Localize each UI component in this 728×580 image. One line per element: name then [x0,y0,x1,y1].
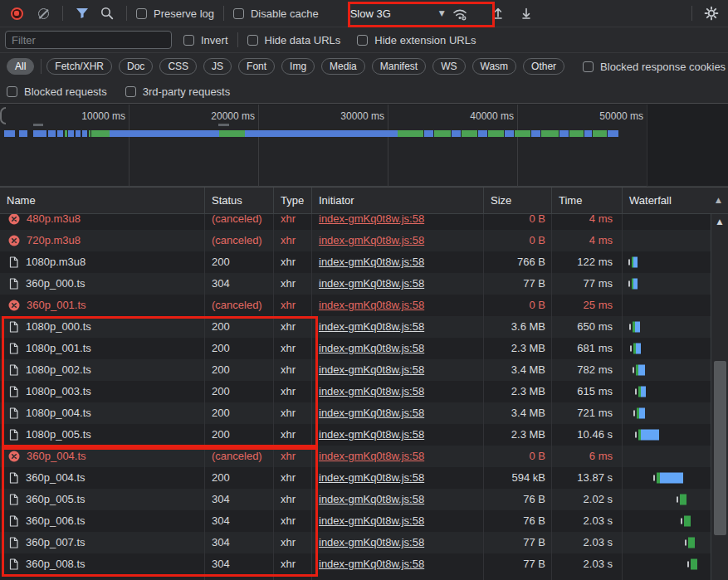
table-row[interactable]: 720p.m3u8 (canceled) xhr index-gmKq0t8w.… [0,230,711,251]
table-row[interactable]: 360p_001.ts (canceled) xhr index-gmKq0t8… [0,295,711,316]
initiator-link[interactable]: index-gmKq0t8w.js:58 [319,363,424,376]
type-filter-other[interactable]: Other [523,58,564,75]
table-row[interactable]: 1080p.m3u8 200 xhr index-gmKq0t8w.js:58 … [0,251,711,273]
type-filter-fetch-xhr[interactable]: Fetch/XHR [46,58,112,75]
initiator-link[interactable]: index-gmKq0t8w.js:58 [319,299,424,311]
type-filter-media[interactable]: Media [321,58,365,75]
table-row[interactable]: 360p_005.ts 304 xhr index-gmKq0t8w.js:58… [0,489,711,510]
error-icon [8,214,20,225]
type-filter-all[interactable]: All [7,58,34,75]
preserve-log-checkbox[interactable]: Preserve log [136,7,214,20]
type-filter-ws[interactable]: WS [432,58,465,75]
status-cell: (canceled) [205,230,274,251]
initiator-link[interactable]: index-gmKq0t8w.js:58 [319,256,424,268]
initiator-link[interactable]: index-gmKq0t8w.js:58 [319,558,424,570]
invert-checkbox[interactable]: Invert [183,34,228,46]
type-filter-css[interactable]: CSS [159,58,197,75]
table-row[interactable]: 1080p_004.ts 200 xhr index-gmKq0t8w.js:5… [0,402,711,424]
table-row[interactable]: 1080p_002.ts 200 xhr index-gmKq0t8w.js:5… [0,359,711,381]
table-row[interactable]: 1080p_003.ts 200 xhr index-gmKq0t8w.js:5… [0,381,711,402]
checkbox-icon [357,35,368,46]
column-header-status[interactable]: Status [205,188,274,213]
table-row[interactable]: 480p.m3u8 (canceled) xhr index-gmKq0t8w.… [0,214,711,230]
type-cell: xhr [274,251,312,273]
document-icon [8,386,19,397]
record-button[interactable] [7,3,27,23]
waterfall-bar [685,538,695,548]
clear-button[interactable] [33,3,53,23]
scrollbar-up-icon[interactable]: ▲ [711,217,728,226]
initiator-link[interactable]: index-gmKq0t8w.js:58 [319,385,424,397]
column-header-type[interactable]: Type [274,188,312,213]
type-filter-doc[interactable]: Doc [119,58,153,75]
timeline-resize-handle[interactable] [0,107,6,124]
type-cell: xhr [274,532,312,553]
table-row[interactable]: 1080p_001.ts 200 xhr index-gmKq0t8w.js:5… [0,338,711,359]
table-row[interactable]: 1080p_000.ts 200 xhr index-gmKq0t8w.js:5… [0,316,711,338]
waterfall-bar [677,495,686,505]
time-cell: 2.02 s [552,489,623,510]
hide-extension-urls-label: Hide extension URLs [374,34,476,46]
search-button[interactable] [97,3,117,23]
initiator-link[interactable]: index-gmKq0t8w.js:58 [319,493,424,505]
status-cell: 200 [205,359,274,381]
initiator-link[interactable]: index-gmKq0t8w.js:58 [319,407,424,419]
blocked-requests-checkbox[interactable]: Blocked requests [7,85,107,98]
filter-input[interactable] [5,31,172,49]
initiator-link[interactable]: index-gmKq0t8w.js:58 [319,514,424,527]
initiator-link[interactable]: index-gmKq0t8w.js:58 [319,342,424,354]
table-row[interactable]: 360p_004.ts 200 xhr index-gmKq0t8w.js:58… [0,467,711,489]
initiator-link[interactable]: index-gmKq0t8w.js:58 [319,536,424,548]
gridline [258,105,259,187]
table-row[interactable]: 360p_006.ts 304 xhr index-gmKq0t8w.js:58… [0,510,711,532]
type-filter-font[interactable]: Font [238,58,275,75]
network-overview-timeline[interactable]: 10000 ms 20000 ms 30000 ms 40000 ms 5000… [0,105,728,187]
disable-cache-label: Disable cache [251,7,319,20]
hide-data-urls-checkbox[interactable]: Hide data URLs [247,34,341,46]
table-row[interactable]: 360p_008.ts 304 xhr index-gmKq0t8w.js:58… [0,553,711,575]
requests-table-body: 480p.m3u8 (canceled) xhr index-gmKq0t8w.… [0,214,728,580]
network-conditions-button[interactable] [450,3,470,23]
initiator-link[interactable]: index-gmKq0t8w.js:58 [319,471,424,484]
type-filter-js[interactable]: JS [203,58,232,75]
column-header-initiator[interactable]: Initiator [312,188,484,213]
third-party-requests-checkbox[interactable]: 3rd-party requests [125,85,231,98]
initiator-link[interactable]: index-gmKq0t8w.js:58 [319,214,424,225]
timeline-tick-label: 10000 ms [66,110,125,122]
status-cell: 304 [205,553,274,575]
request-name: 1080p_000.ts [26,316,91,338]
type-filter-wasm[interactable]: Wasm [472,58,517,75]
column-divider [273,214,274,580]
request-name: 1080p_003.ts [26,381,91,402]
filter-toggle-button[interactable] [72,3,92,23]
table-row[interactable]: 360p_007.ts 304 xhr index-gmKq0t8w.js:58… [0,532,711,553]
table-row[interactable]: 1080p_005.ts 200 xhr index-gmKq0t8w.js:5… [0,424,711,446]
column-header-name[interactable]: Name [0,188,205,213]
import-har-button[interactable] [488,3,508,23]
export-har-button[interactable] [516,3,536,23]
vertical-scrollbar[interactable]: ▲ [711,214,728,580]
initiator-link[interactable]: index-gmKq0t8w.js:58 [319,450,424,462]
column-header-waterfall[interactable]: Waterfall ▲ [623,188,728,213]
time-cell: 10.46 s [552,424,623,446]
size-cell: 76 B [484,510,552,532]
size-cell: 0 B [484,214,552,230]
blocked-response-cookies-checkbox[interactable]: Blocked response cookies [583,61,726,73]
initiator-link[interactable]: index-gmKq0t8w.js:58 [319,428,424,441]
initiator-link[interactable]: index-gmKq0t8w.js:58 [319,234,424,246]
type-filter-manifest[interactable]: Manifest [372,58,426,75]
disable-cache-checkbox[interactable]: Disable cache [233,7,319,20]
type-filter-img[interactable]: Img [281,58,315,75]
throttling-select[interactable]: Slow 3G ▼ [344,3,450,23]
column-header-time[interactable]: Time [552,188,623,213]
hide-extension-urls-checkbox[interactable]: Hide extension URLs [357,34,476,46]
scrollbar-thumb[interactable] [714,361,726,535]
column-header-size[interactable]: Size [484,188,552,213]
table-row[interactable]: 360p_004.ts (canceled) xhr index-gmKq0t8… [0,446,711,467]
time-cell: 122 ms [552,251,623,273]
table-row[interactable]: 360p_000.ts 304 xhr index-gmKq0t8w.js:58… [0,273,711,295]
initiator-link[interactable]: index-gmKq0t8w.js:58 [319,320,424,333]
size-cell: 0 B [484,230,552,251]
settings-button[interactable] [701,3,721,23]
initiator-link[interactable]: index-gmKq0t8w.js:58 [319,277,424,290]
